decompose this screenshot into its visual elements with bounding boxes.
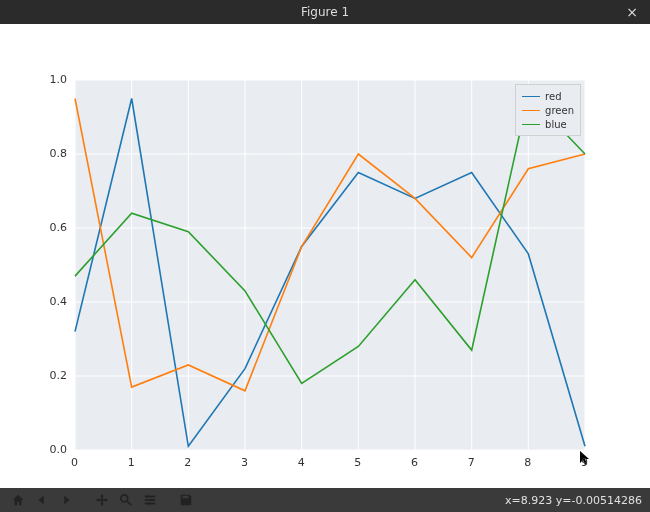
y-tick-label: 1.0	[50, 73, 68, 86]
svg-line-17	[127, 501, 131, 505]
x-tick-label: 9	[581, 456, 588, 469]
y-tick-label: 0.4	[50, 295, 68, 308]
y-tick-label: 0.6	[50, 221, 68, 234]
svg-point-21	[146, 495, 149, 498]
legend-entry: green	[522, 103, 574, 117]
legend-swatch	[522, 124, 540, 125]
legend-entry: blue	[522, 117, 574, 131]
zoom-button[interactable]	[116, 490, 136, 510]
legend[interactable]: redgreenblue	[515, 84, 581, 136]
legend-label: red	[545, 91, 561, 102]
home-button[interactable]	[8, 490, 28, 510]
figure-canvas[interactable]: redgreenblue 01234567890.00.20.40.60.81.…	[0, 24, 650, 488]
legend-swatch	[522, 110, 540, 111]
toolbar-buttons	[8, 490, 196, 510]
y-tick-label: 0.0	[50, 443, 68, 456]
forward-button[interactable]	[56, 490, 76, 510]
legend-swatch	[522, 96, 540, 97]
window-titlebar: Figure 1 ×	[0, 0, 650, 24]
x-tick-label: 5	[354, 456, 361, 469]
toolbar: x=8.923 y=-0.00514286	[0, 488, 650, 512]
x-tick-label: 3	[241, 456, 248, 469]
svg-point-23	[148, 502, 151, 505]
back-button[interactable]	[32, 490, 52, 510]
window-close-button[interactable]: ×	[622, 0, 642, 24]
pan-button[interactable]	[92, 490, 112, 510]
y-tick-label: 0.8	[50, 147, 68, 160]
svg-point-22	[150, 499, 153, 502]
x-tick-label: 7	[468, 456, 475, 469]
x-tick-label: 6	[411, 456, 418, 469]
window-title: Figure 1	[301, 5, 349, 19]
configure-button[interactable]	[140, 490, 160, 510]
x-tick-label: 0	[71, 456, 78, 469]
x-tick-label: 4	[298, 456, 305, 469]
legend-label: blue	[545, 119, 567, 130]
x-tick-label: 2	[184, 456, 191, 469]
svg-point-16	[121, 495, 128, 502]
y-tick-label: 0.2	[50, 369, 68, 382]
legend-label: green	[545, 105, 574, 116]
x-tick-label: 8	[524, 456, 531, 469]
legend-entry: red	[522, 89, 574, 103]
cursor-coordinates: x=8.923 y=-0.00514286	[505, 494, 642, 507]
save-button[interactable]	[176, 490, 196, 510]
x-tick-label: 1	[128, 456, 135, 469]
